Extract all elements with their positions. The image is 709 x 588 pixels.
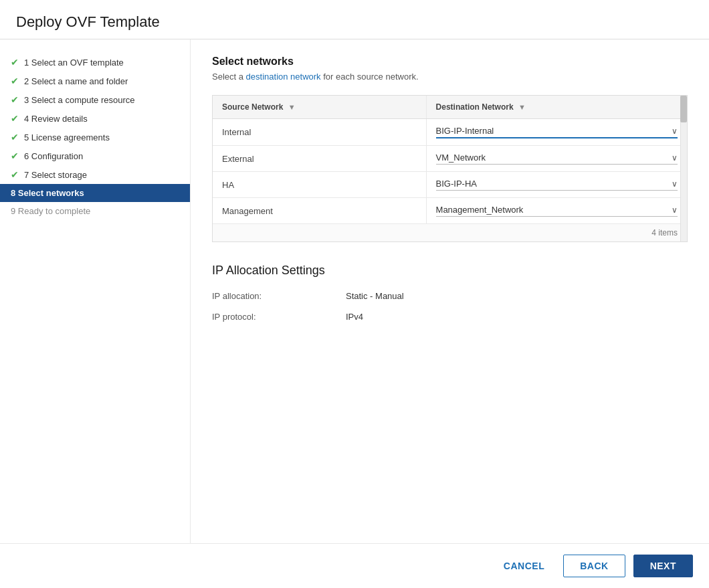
dest-network-internal[interactable]: BIG-IP-Internal ∨ — [426, 119, 687, 146]
network-table: Source Network ▼ Destination Network ▼ — [213, 96, 687, 223]
sidebar-item-step6[interactable]: ✔ 6 Configuration — [0, 146, 190, 165]
sidebar-item-step3[interactable]: ✔ 3 Select a compute resource — [0, 90, 190, 109]
wizard-sidebar: ✔ 1 Select an OVF template ✔ 2 Select a … — [0, 39, 191, 543]
table-row: Internal BIG-IP-Internal ∨ — [213, 119, 687, 146]
filter-icon-source[interactable]: ▼ — [288, 103, 296, 111]
chevron-icon-management: ∨ — [672, 205, 678, 215]
dest-network-external[interactable]: VM_Network ∨ — [426, 146, 687, 172]
dest-select-internal[interactable]: BIG-IP-Internal ∨ — [436, 126, 678, 138]
dialog-header: Deploy OVF Template — [0, 0, 709, 39]
section-desc: Select a destination network for each so… — [212, 72, 688, 82]
network-table-wrapper: Source Network ▼ Destination Network ▼ — [212, 95, 688, 242]
sidebar-item-step5[interactable]: ✔ 5 License agreements — [0, 128, 190, 146]
sidebar-label-step1: 1 Select an OVF template — [24, 58, 124, 68]
check-icon-step2: ✔ — [11, 76, 19, 86]
table-row: HA BIG-IP-HA ∨ — [213, 172, 687, 198]
dialog-body: ✔ 1 Select an OVF template ✔ 2 Select a … — [0, 39, 709, 543]
sidebar-item-step4[interactable]: ✔ 4 Review details — [0, 109, 190, 128]
dest-network-ha[interactable]: BIG-IP-HA ∨ — [426, 172, 687, 198]
ip-allocation-value: Static - Manual — [346, 291, 404, 301]
sidebar-label-step8: 8 Select networks — [11, 188, 84, 198]
scroll-thumb — [680, 96, 687, 122]
section-title: Select networks — [212, 56, 688, 68]
ip-allocation-label: IP allocation: — [212, 291, 346, 301]
ip-protocol-row: IP protocol: IPv4 — [212, 312, 688, 322]
sidebar-label-step5: 5 License agreements — [24, 132, 110, 142]
dest-value-external: VM_Network — [436, 153, 668, 163]
col-header-source: Source Network ▼ — [213, 96, 426, 119]
col-header-dest: Destination Network ▼ — [426, 96, 687, 119]
table-row: External VM_Network ∨ — [213, 146, 687, 172]
table-header-row: Source Network ▼ Destination Network ▼ — [213, 96, 687, 119]
check-icon-step1: ✔ — [11, 57, 19, 68]
check-icon-step6: ✔ — [11, 151, 19, 161]
source-network-management: Management — [213, 198, 426, 224]
sidebar-item-step2[interactable]: ✔ 2 Select a name and folder — [0, 72, 190, 90]
main-content: Select networks Select a destination net… — [191, 39, 709, 543]
sidebar-item-step1[interactable]: ✔ 1 Select an OVF template — [0, 53, 190, 72]
dest-select-management[interactable]: Management_Network ∨ — [436, 205, 678, 217]
back-button[interactable]: BACK — [563, 555, 625, 577]
dest-select-ha[interactable]: BIG-IP-HA ∨ — [436, 179, 678, 191]
dest-network-management[interactable]: Management_Network ∨ — [426, 198, 687, 224]
chevron-icon-internal: ∨ — [672, 126, 678, 136]
sidebar-label-step3: 3 Select a compute resource — [24, 95, 134, 105]
chevron-icon-external: ∨ — [672, 153, 678, 163]
ip-allocation-row: IP allocation: Static - Manual — [212, 291, 688, 301]
sidebar-label-step6: 6 Configuration — [24, 151, 83, 161]
dest-value-management: Management_Network — [436, 205, 668, 215]
section-desc-post: for each source network. — [321, 72, 419, 82]
chevron-icon-ha: ∨ — [672, 179, 678, 189]
table-footer: 4 items — [213, 223, 687, 241]
ip-protocol-label: IP protocol: — [212, 312, 346, 322]
sidebar-item-step8[interactable]: 8 Select networks — [0, 184, 190, 202]
source-network-external: External — [213, 146, 426, 172]
dialog-footer: CANCEL BACK NEXT — [0, 543, 709, 588]
check-icon-step7: ✔ — [11, 169, 19, 180]
section-desc-pre: Select a — [212, 72, 246, 82]
sidebar-item-step9[interactable]: 9 Ready to complete — [0, 202, 190, 220]
sidebar-label-step2: 2 Select a name and folder — [24, 76, 128, 86]
sidebar-label-step7: 7 Select storage — [24, 170, 87, 180]
check-icon-step5: ✔ — [11, 132, 19, 142]
scroll-track — [680, 96, 687, 241]
next-button[interactable]: NEXT — [633, 555, 693, 577]
ip-protocol-value: IPv4 — [346, 312, 363, 322]
table-row: Management Management_Network ∨ — [213, 198, 687, 224]
ip-section-title: IP Allocation Settings — [212, 264, 688, 278]
dialog-title: Deploy OVF Template — [16, 13, 693, 31]
check-icon-step4: ✔ — [11, 113, 19, 124]
cancel-button[interactable]: CANCEL — [493, 555, 555, 577]
dest-value-ha: BIG-IP-HA — [436, 179, 668, 189]
sidebar-label-step9: 9 Ready to complete — [11, 206, 90, 216]
network-table-scroll[interactable]: Source Network ▼ Destination Network ▼ — [213, 96, 687, 223]
deploy-ovf-dialog: Deploy OVF Template ✔ 1 Select an OVF te… — [0, 0, 709, 588]
sidebar-label-step4: 4 Review details — [24, 114, 88, 124]
dest-value-internal: BIG-IP-Internal — [436, 126, 668, 136]
source-network-internal: Internal — [213, 119, 426, 146]
sidebar-item-step7[interactable]: ✔ 7 Select storage — [0, 165, 190, 184]
check-icon-step3: ✔ — [11, 94, 19, 105]
section-desc-link[interactable]: destination network — [246, 72, 321, 82]
dest-select-external[interactable]: VM_Network ∨ — [436, 153, 678, 165]
filter-icon-dest[interactable]: ▼ — [518, 103, 526, 111]
source-network-ha: HA — [213, 172, 426, 198]
